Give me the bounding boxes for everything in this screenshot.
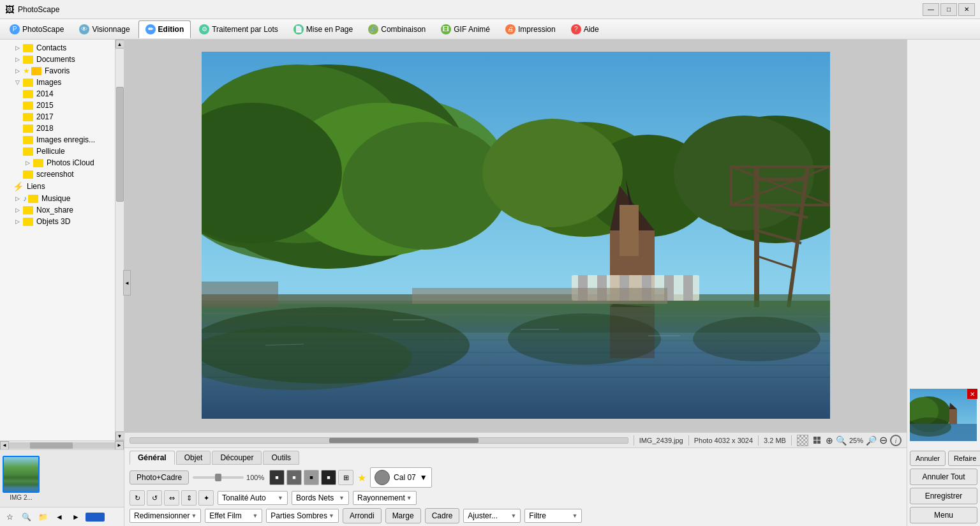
photo-filename: IMG_2439.jpg	[639, 437, 683, 444]
flip-v-btn[interactable]: ⇕	[181, 490, 197, 506]
tab-combinaison[interactable]: 🔗 Combinaison	[361, 20, 433, 38]
tool-icon-group: ■ ■ ■ ■ ⊞	[269, 470, 353, 485]
tab-impression[interactable]: 🖨 Impression	[498, 20, 563, 38]
tab-visionnage[interactable]: 👁 Visionnage	[72, 20, 137, 38]
minimize-button[interactable]: —	[923, 3, 939, 16]
tree-item-photos-icloud[interactable]: ▷ Photos iCloud	[0, 157, 115, 169]
parties-sombres-label: Parties Sombres	[271, 511, 327, 520]
enregistrer-btn[interactable]: Enregistrer	[910, 488, 977, 504]
preset-dropdown[interactable]: Cal 07 ▼	[370, 467, 432, 488]
tree-item-2018[interactable]: 2018	[0, 123, 115, 134]
tab-gifanime[interactable]: 🎞 GIF Animé	[434, 20, 497, 38]
cadre-btn[interactable]: Cadre	[425, 508, 460, 523]
tonalite-dropdown[interactable]: Tonalité Auto ▼	[218, 491, 288, 505]
zoom-minus-icon[interactable]: ⊖	[879, 434, 887, 446]
parties-sombres-dropdown[interactable]: Parties Sombres ▼	[266, 509, 339, 523]
nav-search-btn[interactable]: 🔍	[19, 510, 33, 524]
zoom-out-icon[interactable]: 🔍	[836, 435, 847, 446]
folder-icon-2017	[23, 113, 33, 121]
tab-miseenpage[interactable]: 📄 Mise en Page	[286, 20, 360, 38]
tool-square-light-btn[interactable]: ■	[304, 470, 319, 485]
nav-star-btn[interactable]: ☆	[3, 510, 17, 524]
tool-square-dark-btn[interactable]: ■	[269, 470, 285, 485]
arrondi-btn[interactable]: Arrondi	[343, 508, 382, 523]
tool-square-mid-btn[interactable]: ■	[286, 470, 302, 485]
tab-aide[interactable]: ? Aide	[564, 20, 606, 38]
zoom-fit-icon[interactable]: ⊕	[826, 435, 833, 446]
menu-btn[interactable]: Menu	[910, 507, 977, 523]
scroll-down-arrow[interactable]: ▼	[115, 432, 124, 440]
tree-item-2017[interactable]: 2017	[0, 111, 115, 123]
info-icon[interactable]: i	[890, 435, 902, 446]
adjust-btn[interactable]: ✦	[198, 490, 214, 506]
tree-scrollbar-h[interactable]: ◄ ►	[0, 440, 124, 449]
sidebar-toggle-btn[interactable]: ◄	[123, 270, 131, 296]
photo-cadre-btn[interactable]: Photo+Cadre	[130, 470, 189, 485]
folder-icon-contacts	[23, 44, 33, 52]
scroll-right-btn[interactable]: ►	[115, 441, 124, 450]
tab-outils[interactable]: Outils	[263, 451, 299, 465]
flip-h-btn[interactable]: ⇔	[164, 490, 179, 506]
tree-item-musique[interactable]: ▷ ♪ Musique	[0, 193, 115, 204]
tree-item-objets-3d[interactable]: ▷ Objets 3D	[0, 216, 115, 227]
tree-item-documents[interactable]: ▷ Documents	[0, 54, 115, 65]
tab-objet[interactable]: Objet	[176, 451, 211, 465]
redimensionner-dropdown[interactable]: Redimensionner ▼	[130, 509, 201, 523]
effet-film-dropdown[interactable]: Effet Film ▼	[205, 509, 262, 523]
ajuster-dropdown[interactable]: Ajuster... ▼	[463, 509, 521, 523]
annuler-btn[interactable]: Annuler	[910, 451, 946, 466]
tool-square-dark2-btn[interactable]: ■	[321, 470, 336, 485]
marge-btn[interactable]: Marge	[385, 508, 421, 523]
filtre-dropdown[interactable]: Filtre ▼	[524, 509, 582, 523]
expand-icon: ▷	[13, 206, 22, 214]
scroll-up-arrow[interactable]: ▲	[115, 40, 124, 49]
nav-next-btn[interactable]: ►	[69, 510, 83, 524]
tree-item-2014[interactable]: 2014	[0, 88, 115, 100]
music-icon: ♪	[23, 194, 27, 203]
tree-item-nox-share[interactable]: ▷ Nox_share	[0, 204, 115, 216]
scroll-track[interactable]	[115, 49, 124, 432]
tab-photoscape[interactable]: P PhotoScape	[3, 20, 71, 38]
favorite-star-btn[interactable]: ★	[357, 472, 366, 484]
tree-item-favoris[interactable]: ▷ ★ Favoris	[0, 65, 115, 77]
rayonnement-dropdown[interactable]: Rayonnement ▼	[353, 491, 417, 505]
tree-item-pellicule[interactable]: Pellicule	[0, 146, 115, 157]
tree-item-images-enreg[interactable]: Images enregis...	[0, 134, 115, 146]
expand-icon: ▷	[13, 194, 22, 203]
photoscape-icon: P	[10, 24, 20, 34]
tree-item-screenshot[interactable]: screenshot	[0, 169, 115, 180]
preview-close-btn[interactable]: ✕	[967, 389, 977, 399]
nav-prev-btn[interactable]: ◄	[52, 510, 66, 524]
main-layout: ▷ Contacts ▷ Documents ▷ ★ Favoris	[0, 40, 980, 526]
tree-item-images[interactable]: ▽ Images	[0, 77, 115, 88]
scroll-progress-bar[interactable]	[130, 437, 628, 444]
bords-nets-dropdown[interactable]: Bords Nets ▼	[292, 491, 349, 505]
annuler-tout-btn[interactable]: Annuler Tout	[910, 469, 977, 485]
tab-edition[interactable]: ✏ Edition	[138, 20, 191, 38]
bottom-nav: ☆ 🔍 📁 ◄ ►	[0, 507, 124, 526]
h-scroll-track[interactable]	[9, 442, 115, 449]
grid-icon	[813, 437, 820, 444]
brightness-slider[interactable]	[193, 476, 244, 479]
thumbnail-item[interactable]: IMG 2...	[3, 456, 40, 501]
tab-general[interactable]: Général	[130, 451, 175, 465]
zoom-in-icon[interactable]: 🔎	[866, 435, 877, 446]
tab-traitement[interactable]: ⚙ Traitement par Lots	[192, 20, 285, 38]
tree-item-contacts[interactable]: ▷ Contacts	[0, 42, 115, 54]
maximize-button[interactable]: □	[940, 3, 957, 16]
tree-item-2015[interactable]: 2015	[0, 100, 115, 111]
rotate-ccw-btn[interactable]: ↺	[147, 490, 162, 506]
redimensionner-label: Redimensionner	[134, 511, 189, 520]
folder-icon-nox	[23, 206, 33, 214]
tree-label-liens: Liens	[27, 182, 45, 191]
tree-label-nox-share: Nox_share	[36, 206, 73, 214]
rotate-cw-btn[interactable]: ↻	[130, 490, 145, 506]
scroll-left-btn[interactable]: ◄	[0, 441, 9, 450]
tree-item-liens[interactable]: ⚡ Liens	[0, 180, 115, 193]
tree-scrollbar-v[interactable]: ▲ ▼	[115, 40, 124, 440]
nav-folder-btn[interactable]: 📁	[36, 510, 50, 524]
tool-special-btn[interactable]: ⊞	[338, 470, 353, 485]
refaire-btn[interactable]: Refaire	[948, 451, 980, 466]
close-button[interactable]: ✕	[958, 3, 975, 16]
tab-decouper[interactable]: Découper	[212, 451, 262, 465]
